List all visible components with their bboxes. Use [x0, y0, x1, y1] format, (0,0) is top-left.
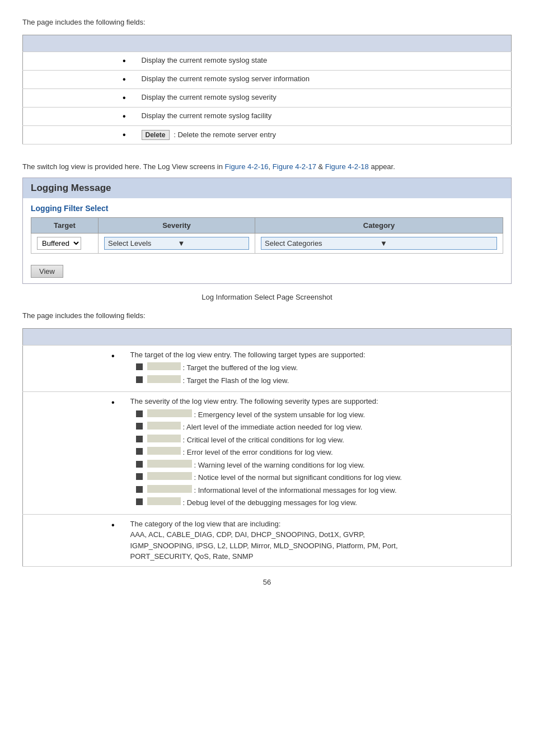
logging-box-title: Logging Message [23, 178, 511, 198]
row-3-desc: Display the current remote syslog severi… [135, 88, 512, 107]
sub-label-warning [147, 460, 192, 468]
delete-description: : Delete the remote server entry [174, 130, 276, 139]
figure-link-3[interactable]: Figure 4-2-18 [325, 162, 369, 171]
row-1-desc: Display the current remote syslog state [135, 52, 512, 70]
sub-bullet-emergency [136, 410, 143, 417]
screenshot-caption: Log Information Select Page Screenshot [22, 293, 512, 301]
view-button[interactable]: View [31, 265, 63, 278]
bottom-bullet-2: • [23, 392, 124, 515]
bottom-row-3: The category of the log view that are in… [124, 514, 512, 566]
sub-label-buffered [147, 362, 181, 370]
sub-bullet-error [136, 448, 143, 455]
category-select-wrapper[interactable]: Select Categories ▼ [261, 237, 497, 250]
severity-header: Severity [99, 218, 255, 234]
logging-message-box: Logging Message Logging Filter Select Ta… [22, 178, 512, 284]
severity-sub-item-3: : Error level of the error conditions fo… [136, 447, 505, 458]
sub-bullet-icon [136, 363, 143, 370]
target-sub-item-2: : Target the Flash of the log view. [136, 375, 505, 386]
severity-sub-item-5: : Notice level of the normal but signifi… [136, 472, 505, 483]
severity-main-text: The severity of the log view entry. The … [130, 397, 378, 405]
sub-text-notice: : Notice level of the normal but signifi… [194, 472, 402, 483]
bottom-row-1: The target of the log view entry. The fo… [124, 345, 512, 392]
category-extra-3: PORT_SECURITY, QoS, Rate, SNMP [130, 551, 505, 562]
page-number: 56 [22, 578, 512, 586]
sub-bullet-alert [136, 423, 143, 430]
sub-text-info: : Informational level of the information… [194, 485, 397, 496]
sub-text-buffered: : Target the buffered of the log view. [183, 362, 298, 374]
figure-link-2[interactable]: Figure 4-2-17 [273, 162, 316, 171]
bullet-2: • [23, 70, 135, 88]
sub-label-error [147, 447, 181, 455]
target-header: Target [31, 218, 99, 234]
logging-filter-title: Logging Filter Select [31, 204, 503, 213]
row-2-desc: Display the current remote syslog server… [135, 70, 512, 88]
severity-select-wrapper[interactable]: Select Levels ▼ [104, 237, 249, 250]
target-main-text: The target of the log view entry. The fo… [130, 351, 366, 359]
target-sub-item-1: : Target the buffered of the log view. [136, 362, 505, 374]
logging-filter-section: Logging Filter Select Target Severity Ca… [23, 198, 511, 259]
top-fields-table: • Display the current remote syslog stat… [22, 35, 512, 144]
severity-cell[interactable]: Select Levels ▼ [99, 234, 255, 254]
sub-bullet-notice [136, 473, 143, 480]
category-dropdown-arrow: ▼ [380, 239, 493, 248]
sub-bullet-info [136, 486, 143, 493]
bottom-fields-table: • The target of the log view entry. The … [22, 328, 512, 567]
bullet-4: • [23, 107, 135, 125]
sub-text-alert: : Alert level of the immediate action ne… [183, 422, 363, 433]
severity-sub-item-7: : Debug level of the debugging messages … [136, 497, 505, 508]
top-intro-text: The page includes the following fields: [22, 17, 512, 28]
sub-bullet-debug [136, 498, 143, 505]
severity-sub-list: : Emergency level of the system unsable … [136, 409, 505, 508]
sub-label-emergency [147, 409, 192, 417]
category-main-text: The category of the log view that are in… [130, 520, 281, 528]
figure-link-1[interactable]: Figure 4-2-16 [225, 162, 269, 171]
target-select[interactable]: Buffered [37, 237, 81, 250]
severity-sub-item-1: : Alert level of the immediate action ne… [136, 422, 505, 433]
sub-label-debug [147, 497, 181, 505]
category-extra-2: IGMP_SNOOPING, IPSG, L2, LLDP, Mirror, M… [130, 540, 505, 552]
sub-text-error: : Error level of the error conditions fo… [183, 447, 333, 458]
severity-sub-item-2: : Critical level of the critical conditi… [136, 435, 505, 446]
bullet-5: • [23, 125, 135, 144]
category-cell[interactable]: Select Categories ▼ [255, 234, 503, 254]
row-4-desc: Display the current remote syslog facili… [135, 107, 512, 125]
sub-text-debug: : Debug level of the debugging messages … [183, 497, 357, 508]
bottom-bullet-1: • [23, 345, 124, 392]
second-intro-text: The page includes the following fields: [22, 310, 512, 321]
row-5-desc: Delete : Delete the remote server entry [135, 125, 512, 144]
sub-bullet-critical [136, 436, 143, 442]
delete-button-label: Delete [142, 130, 170, 140]
severity-sub-item-4: : Warning level of the warning condition… [136, 460, 505, 471]
sub-bullet-warning [136, 461, 143, 468]
sub-label-flash [147, 375, 181, 383]
severity-sub-item-6: : Informational level of the information… [136, 485, 505, 496]
log-view-text-after: appear. [369, 162, 395, 171]
category-select-label: Select Categories [265, 239, 378, 248]
category-extra-1: AAA, ACL, CABLE_DIAG, CDP, DAI, DHCP_SNO… [130, 529, 505, 540]
filter-table: Target Severity Category Buffered Select… [31, 217, 503, 254]
sub-label-notice [147, 472, 192, 480]
bullet-1: • [23, 52, 135, 70]
sub-text-critical: : Critical level of the critical conditi… [183, 435, 344, 446]
severity-dropdown-arrow: ▼ [178, 239, 246, 248]
sub-label-critical [147, 435, 181, 442]
sub-label-info [147, 485, 192, 493]
view-btn-row: View [23, 259, 511, 283]
sub-text-warning: : Warning level of the warning condition… [194, 460, 365, 471]
bullet-3: • [23, 88, 135, 107]
severity-sub-item-0: : Emergency level of the system unsable … [136, 409, 505, 421]
severity-select-label: Select Levels [108, 239, 176, 248]
category-header: Category [255, 218, 503, 234]
bottom-row-2: The severity of the log view entry. The … [124, 392, 512, 515]
sub-text-emergency: : Emergency level of the system unsable … [194, 409, 366, 421]
target-cell[interactable]: Buffered [31, 234, 99, 254]
sub-text-flash: : Target the Flash of the log view. [183, 375, 289, 386]
sub-bullet-icon-2 [136, 376, 143, 383]
sub-label-alert [147, 422, 181, 430]
log-view-description: The switch log view is provided here. Th… [22, 161, 512, 172]
bottom-bullet-3: • [23, 514, 124, 566]
target-sub-list: : Target the buffered of the log view. :… [136, 362, 505, 386]
log-view-text-before: The switch log view is provided here. Th… [22, 162, 225, 171]
